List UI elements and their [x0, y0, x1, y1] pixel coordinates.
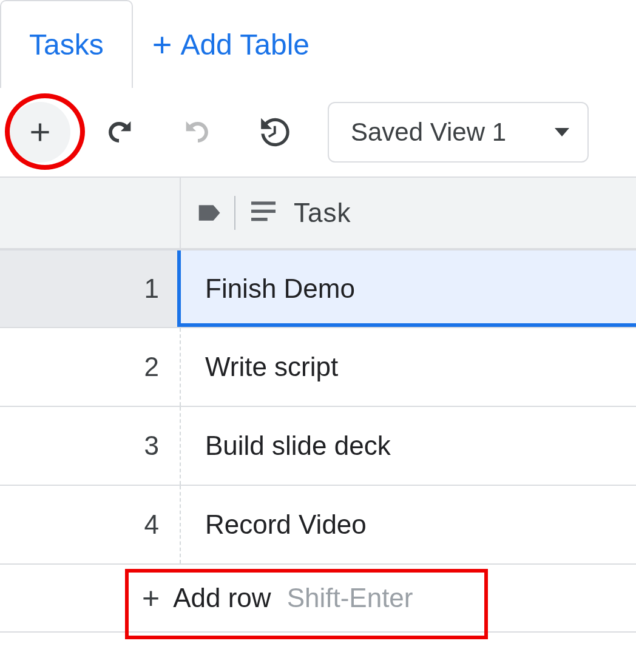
cell-task[interactable]: Build slide deck	[181, 407, 636, 485]
row-4[interactable]: 4 Record Video	[0, 486, 636, 565]
undo-button[interactable]	[89, 102, 149, 163]
plus-icon: +	[142, 583, 160, 613]
svg-rect-1	[251, 210, 276, 213]
svg-rect-2	[251, 218, 268, 221]
redo-button[interactable]	[167, 102, 228, 163]
rownum-header[interactable]	[0, 178, 181, 248]
add-row-button[interactable]: + Add row Shift-Enter	[0, 565, 636, 633]
tab-tasks-label: Tasks	[29, 28, 104, 61]
text-column-icon	[251, 198, 276, 228]
column-header-task-label: Task	[294, 198, 351, 228]
row-number: 2	[0, 328, 181, 406]
chevron-down-icon	[555, 128, 569, 136]
row-2[interactable]: 2 Write script	[0, 328, 636, 407]
row-number: 3	[0, 407, 181, 485]
insert-button[interactable]	[10, 102, 70, 163]
add-row-shortcut: Shift-Enter	[287, 583, 413, 613]
version-history-button[interactable]	[246, 102, 307, 163]
cell-task[interactable]: Record Video	[181, 486, 636, 563]
add-row-label: Add row	[173, 583, 271, 613]
saved-view-label: Saved View 1	[351, 118, 506, 147]
cell-task[interactable]: Finish Demo	[181, 250, 636, 327]
svg-rect-0	[251, 201, 276, 204]
plus-icon: +	[152, 28, 172, 62]
saved-view-select[interactable]: Saved View 1	[328, 102, 589, 163]
label-icon	[197, 202, 223, 224]
column-header-task[interactable]: Task	[181, 178, 636, 248]
history-icon	[258, 113, 296, 151]
row-3[interactable]: 3 Build slide deck	[0, 407, 636, 486]
undo-icon	[101, 115, 137, 150]
redo-icon	[180, 115, 215, 150]
row-number: 4	[0, 486, 181, 563]
add-table-button[interactable]: + Add Table	[133, 0, 339, 88]
plus-icon	[25, 117, 55, 147]
add-table-label: Add Table	[180, 28, 310, 61]
cell-task[interactable]: Write script	[181, 328, 636, 406]
tab-tasks[interactable]: Tasks	[0, 0, 133, 88]
row-1[interactable]: 1 Finish Demo	[0, 249, 636, 328]
grid-header: Task	[0, 178, 636, 249]
separator	[234, 196, 235, 230]
tab-bar: Tasks + Add Table	[0, 0, 636, 88]
toolbar: Saved View 1	[0, 88, 636, 178]
row-number: 1	[0, 250, 181, 327]
